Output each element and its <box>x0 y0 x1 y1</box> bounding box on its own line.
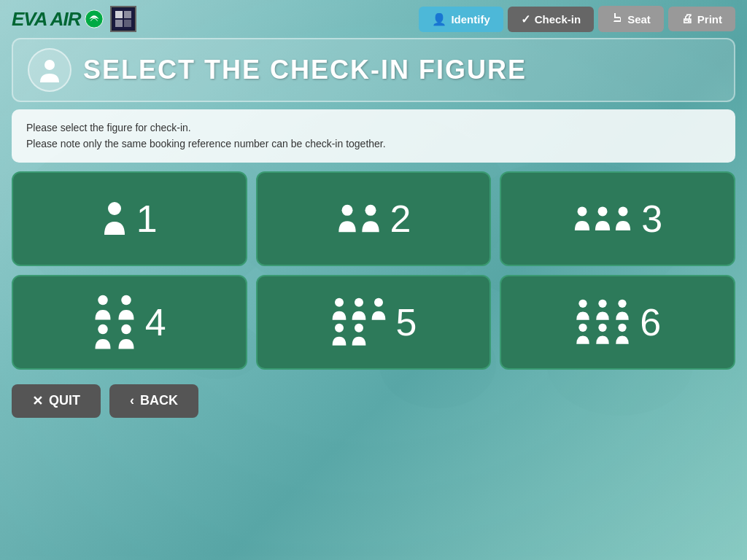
person-icon-5e <box>350 323 368 346</box>
svg-point-31 <box>579 324 587 332</box>
seat-icon <box>611 12 623 26</box>
person-icon-5c <box>370 298 387 321</box>
person-icon-3a <box>573 205 592 233</box>
person-icon-6d <box>574 323 592 345</box>
figure-1-number: 1 <box>136 200 158 238</box>
svg-point-20 <box>121 295 131 306</box>
identify-icon: 👤 <box>432 12 446 26</box>
page-title: SELECT THE CHECK-IN FIGURE <box>83 55 527 85</box>
instruction-line2: Please note only the same booking refere… <box>26 136 721 152</box>
svg-point-27 <box>355 324 363 332</box>
svg-point-12 <box>44 60 55 70</box>
svg-point-29 <box>599 300 607 308</box>
figure-4-number: 4 <box>145 303 166 341</box>
svg-point-24 <box>355 298 363 307</box>
tab-seat-label: Seat <box>627 13 651 26</box>
svg-point-15 <box>365 205 376 216</box>
person-icon-4b <box>116 295 136 321</box>
svg-point-22 <box>121 324 131 335</box>
svg-point-14 <box>341 205 352 216</box>
person-icon-6b <box>594 299 611 321</box>
title-bar: SELECT THE CHECK-IN FIGURE <box>12 38 735 102</box>
persons-group-5 <box>330 298 387 346</box>
figure-card-4[interactable]: 4 <box>12 275 247 370</box>
person-icon-3b <box>593 205 612 233</box>
svg-point-13 <box>108 202 121 215</box>
tab-identify[interactable]: 👤 Identify <box>419 7 503 32</box>
person-icon-4d <box>116 324 136 350</box>
logo-area: EVA AIR <box>12 6 419 32</box>
figure-2-number: 2 <box>390 200 411 238</box>
main-content: SELECT THE CHECK-IN FIGURE Please select… <box>12 38 735 424</box>
figure-card-6[interactable]: 6 <box>500 275 735 370</box>
footer: ✕ QUIT ‹ BACK <box>12 378 735 424</box>
persons-group-4 <box>93 295 136 350</box>
svg-point-6 <box>85 10 102 28</box>
svg-point-33 <box>619 324 627 332</box>
svg-rect-10 <box>115 20 123 27</box>
svg-point-17 <box>598 206 608 216</box>
tab-seat[interactable]: Seat <box>598 6 664 32</box>
print-icon: 🖨 <box>681 12 693 26</box>
figure-card-3[interactable]: 3 <box>500 171 735 266</box>
figure-grid: 1 2 <box>12 171 735 370</box>
svg-point-26 <box>335 324 344 332</box>
checkin-icon: ✓ <box>521 12 530 26</box>
instruction-line1: Please select the figure for check-in. <box>26 120 721 136</box>
back-label: BACK <box>140 393 178 408</box>
persons-group-6 <box>574 299 631 345</box>
quit-icon: ✕ <box>32 393 43 409</box>
instructions-panel: Please select the figure for check-in. P… <box>12 109 735 163</box>
back-icon: ‹ <box>130 393 134 408</box>
eva-air-logo: EVA AIR <box>12 8 104 31</box>
svg-rect-8 <box>115 11 123 18</box>
tab-checkin[interactable]: ✓ Check-in <box>508 7 594 32</box>
svg-point-28 <box>579 300 587 308</box>
person-icon-6a <box>574 299 592 321</box>
title-icon-circle <box>28 48 71 92</box>
figure-3-number: 3 <box>641 200 662 238</box>
svg-point-21 <box>98 324 108 335</box>
person-icon-1 <box>101 201 128 236</box>
navigation-tabs: 👤 Identify ✓ Check-in Seat 🖨 Print <box>419 6 735 32</box>
eva-logo-text: EVA AIR <box>12 8 81 31</box>
person-icon-6c <box>614 299 631 321</box>
svg-point-23 <box>335 298 344 307</box>
figure-5-number: 5 <box>396 303 417 341</box>
figure-card-2[interactable]: 2 <box>256 171 492 266</box>
svg-point-19 <box>98 295 108 306</box>
back-button[interactable]: ‹ BACK <box>109 384 198 418</box>
figure-6-number: 6 <box>640 303 661 341</box>
header: EVA AIR 👤 Identify ✓ Check-in <box>0 0 747 38</box>
svg-rect-9 <box>124 11 131 18</box>
person-icon-4a <box>93 295 113 321</box>
title-person-icon <box>36 56 63 84</box>
tab-print-label: Print <box>697 13 722 26</box>
figure-card-5[interactable]: 5 <box>256 275 492 370</box>
tab-checkin-label: Check-in <box>535 13 581 26</box>
persons-group-3 <box>573 205 632 233</box>
eva-logo-bird-icon <box>84 9 104 29</box>
person-icon-2a <box>336 203 358 234</box>
svg-point-18 <box>619 206 628 216</box>
svg-point-30 <box>619 300 627 308</box>
person-icon-5b <box>350 298 368 321</box>
tab-print[interactable]: 🖨 Print <box>668 7 735 31</box>
person-icon-4c <box>93 324 113 350</box>
svg-rect-11 <box>124 20 131 27</box>
person-icon-6e <box>594 323 611 345</box>
person-icon-5a <box>330 298 348 321</box>
svg-point-32 <box>599 324 607 332</box>
quit-label: QUIT <box>49 393 80 408</box>
person-icon-5d <box>330 323 348 346</box>
person-icon-2b <box>360 203 382 234</box>
figure-card-1[interactable]: 1 <box>12 171 247 266</box>
persons-group-2 <box>336 203 382 234</box>
tab-identify-label: Identify <box>451 13 489 26</box>
persons-group-1 <box>101 201 128 236</box>
quit-button[interactable]: ✕ QUIT <box>12 384 101 418</box>
partner-logo <box>110 6 136 32</box>
person-icon-6f <box>614 323 631 345</box>
person-icon-3c <box>614 205 632 233</box>
svg-point-25 <box>374 298 383 307</box>
